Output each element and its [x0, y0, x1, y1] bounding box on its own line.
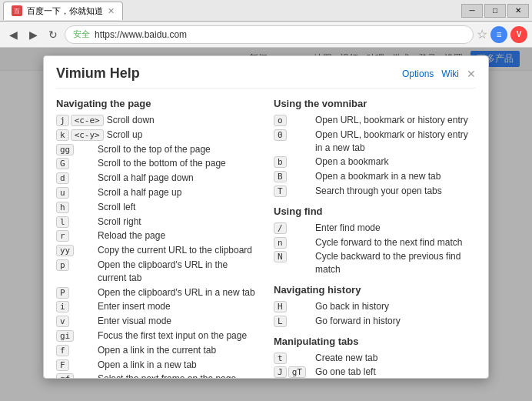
- section-header-history: Navigating history: [274, 284, 476, 296]
- cmd-keys: T: [274, 185, 312, 197]
- cmd-keys: u: [56, 187, 95, 199]
- cmd-desc: Scroll a half page down: [98, 172, 194, 185]
- cmd-keys: d: [56, 172, 95, 184]
- cmd-desc: Go forward in history: [315, 315, 401, 328]
- tab-strip: 百 百度一下，你就知道 ✕: [3, 2, 123, 20]
- cmd-desc: Enter find mode: [315, 222, 381, 235]
- tab-favicon: 百: [12, 5, 22, 16]
- key-t: t: [274, 353, 287, 364]
- cmd-desc: Cycle forward to the next find match: [315, 236, 462, 249]
- cmd-find-mode: / Enter find mode: [274, 222, 476, 235]
- vimium-left-col: Navigating the page j <c-e> Scroll down …: [56, 98, 258, 379]
- key-k: k: [56, 129, 69, 141]
- cmd-keys: gf: [56, 373, 95, 379]
- cmd-scroll-half-up: u Scroll a half page up: [56, 186, 258, 199]
- key-G: G: [56, 158, 69, 169]
- key-H: H: [274, 301, 287, 312]
- cmd-keys: j <c-e>: [56, 115, 104, 126]
- cmd-desc: Scroll up: [107, 129, 143, 142]
- cmd-desc: Go back in history: [315, 300, 389, 313]
- vimium-extension-icon[interactable]: V: [510, 26, 527, 43]
- vimium-wiki-link[interactable]: Wiki: [441, 69, 459, 79]
- cmd-reload: r Reload the page: [56, 229, 258, 242]
- cmd-desc: Scroll left: [98, 201, 135, 214]
- cmd-insert-mode: i Enter insert mode: [56, 300, 258, 313]
- cmd-desc: Enter visual mode: [98, 315, 171, 328]
- vimium-title: Vimium Help: [56, 65, 140, 82]
- cmd-search-tabs: T Search through your open tabs: [274, 185, 476, 198]
- key-gT: gT: [288, 366, 306, 378]
- cmd-desc: Scroll to the bottom of the page: [98, 157, 226, 170]
- key-N: N: [274, 251, 287, 262]
- title-bar: 百 百度一下，你就知道 ✕ ─ □ ✕: [0, 0, 532, 22]
- window-controls: ─ □ ✕: [461, 4, 529, 18]
- key-B: B: [274, 171, 287, 182]
- key-h: h: [56, 202, 69, 213]
- tab-close-button[interactable]: ✕: [108, 6, 115, 16]
- close-button[interactable]: ✕: [507, 4, 529, 18]
- vimium-header-links: Options Wiki ✕: [402, 68, 476, 80]
- cmd-keys: i: [56, 301, 95, 312]
- section-header-find: Using find: [274, 206, 476, 217]
- cmd-keys: H: [274, 301, 312, 312]
- cmd-keys: G: [56, 158, 95, 169]
- vimium-columns: Navigating the page j <c-e> Scroll down …: [56, 98, 476, 379]
- cmd-desc: Search through your open tabs: [315, 185, 442, 198]
- key-i: i: [56, 301, 69, 312]
- cmd-keys: h: [56, 202, 95, 213]
- bookmark-star-button[interactable]: ☆: [477, 27, 487, 42]
- cmd-keys: F: [56, 359, 95, 371]
- forward-button[interactable]: ▶: [25, 26, 42, 43]
- cmd-new-tab: t Create new tab: [274, 352, 476, 365]
- chrome-menu-button[interactable]: ≡: [490, 26, 507, 43]
- key-gf: gf: [56, 373, 74, 379]
- cmd-desc: Open a link in a new tab: [98, 359, 197, 372]
- cmd-desc: Open URL, bookmark or history entry in a…: [315, 129, 476, 155]
- cmd-desc: Go one tab left: [315, 366, 376, 379]
- cmd-visual-mode: v Enter visual mode: [56, 315, 258, 328]
- cmd-keys: B: [274, 171, 312, 182]
- key-gi: gi: [56, 330, 74, 342]
- vimium-options-link[interactable]: Options: [402, 69, 434, 79]
- cmd-keys: /: [274, 222, 312, 234]
- nav-right-buttons: ☆ ≡ V: [477, 26, 527, 43]
- cmd-scroll-top: gg Scroll to the top of the page: [56, 143, 258, 156]
- cmd-scroll-up: k <c-y> Scroll up: [56, 129, 258, 142]
- vimium-close-button[interactable]: ✕: [467, 68, 476, 80]
- cmd-keys: t: [274, 353, 312, 364]
- cmd-keys: gi: [56, 330, 95, 342]
- key-L: L: [274, 316, 287, 327]
- minimize-button[interactable]: ─: [461, 4, 483, 18]
- cmd-open-bookmark-new: B Open a bookmark in a new tab: [274, 170, 476, 183]
- cmd-keys: r: [56, 230, 95, 242]
- key-n: n: [274, 237, 287, 249]
- cmd-open-link-new: F Open a link in a new tab: [56, 359, 258, 372]
- cmd-open-url: o Open URL, bookmark or history entry: [274, 114, 476, 127]
- key-b: b: [274, 156, 287, 168]
- tab-title: 百度一下，你就知道: [27, 5, 103, 17]
- cmd-desc: Enter insert mode: [98, 300, 171, 313]
- cmd-desc: Focus the first text input on the page: [98, 329, 247, 343]
- cmd-next-frame: gf Select the next frame on the page: [56, 373, 258, 379]
- cmd-desc: Open the clipboard's URL in a new tab: [98, 286, 255, 299]
- reload-button[interactable]: ↻: [45, 26, 62, 43]
- key-l: l: [56, 216, 69, 228]
- cmd-keys: l: [56, 216, 95, 228]
- key-slash: /: [274, 222, 287, 234]
- address-bar[interactable]: 安全 https://www.baidu.com: [65, 25, 474, 44]
- key-P: P: [56, 287, 69, 299]
- cmd-desc: Open URL, bookmark or history entry: [315, 114, 468, 127]
- key-o: o: [274, 115, 287, 126]
- vimium-help-modal: Vimium Help Options Wiki ✕ Navigating th…: [43, 55, 489, 379]
- active-tab[interactable]: 百 百度一下，你就知道 ✕: [3, 2, 123, 20]
- cmd-open-clipboard-new: P Open the clipboard's URL in a new tab: [56, 286, 258, 299]
- maximize-button[interactable]: □: [484, 4, 506, 18]
- cmd-find-next: n Cycle forward to the next find match: [274, 236, 476, 249]
- cmd-keys: n: [274, 237, 312, 249]
- cmd-keys: o: [274, 115, 312, 126]
- vimium-right-col: Using the vomnibar o Open URL, bookmark …: [274, 98, 476, 379]
- cmd-open-url-new: 0 Open URL, bookmark or history entry in…: [274, 129, 476, 155]
- section-header-navigate: Navigating the page: [56, 98, 258, 109]
- back-button[interactable]: ◀: [5, 26, 22, 43]
- cmd-keys: J gT: [274, 366, 312, 378]
